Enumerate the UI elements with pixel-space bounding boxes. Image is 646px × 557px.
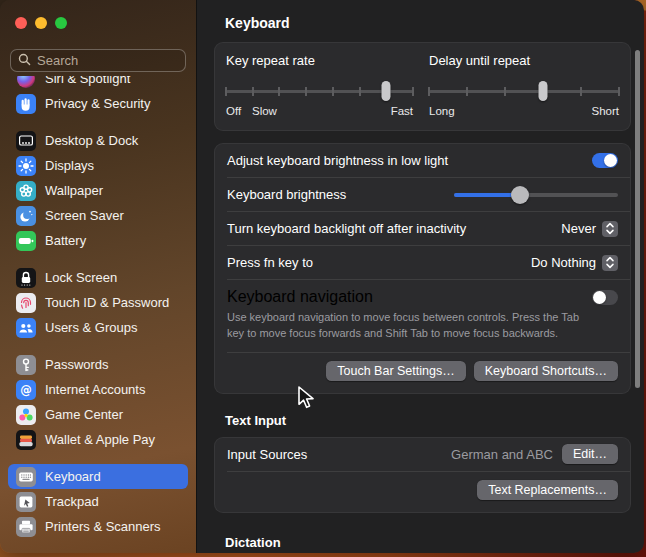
keyboard-navigation-row: Keyboard navigation Use keyboard navigat… xyxy=(215,280,630,352)
slider-handle[interactable] xyxy=(382,81,391,101)
key-icon xyxy=(16,355,36,375)
sidebar-item-touch-id-password[interactable]: Touch ID & Password xyxy=(8,290,188,315)
search-icon xyxy=(18,52,31,70)
sidebar-item-wallet-apple-pay[interactable]: Wallet & Apple Pay xyxy=(8,427,188,452)
adjust-brightness-row: Adjust keyboard brightness in low light xyxy=(215,144,630,177)
page-title: Keyboard xyxy=(225,15,644,31)
slider-tick xyxy=(252,87,254,96)
close-button[interactable] xyxy=(15,17,27,29)
sidebar: Siri & SpotlightPrivacy & SecurityDeskto… xyxy=(0,0,196,553)
sidebar-item-label: Lock Screen xyxy=(45,270,117,285)
siri-icon xyxy=(16,76,36,89)
sidebar-item-passwords[interactable]: Passwords xyxy=(8,352,188,377)
sidebar-item-label: Desktop & Dock xyxy=(45,133,138,148)
sidebar-group: Lock ScreenTouch ID & PasswordUsers & Gr… xyxy=(8,265,188,340)
sidebar-item-lock-screen[interactable]: Lock Screen xyxy=(8,265,188,290)
keyboard-navigation-toggle[interactable] xyxy=(592,290,618,305)
sidebar-group: Desktop & DockDisplaysWallpaperScreen Sa… xyxy=(8,128,188,253)
sun-icon xyxy=(16,156,36,176)
sidebar-item-screen-saver[interactable]: Screen Saver xyxy=(8,203,188,228)
fn-key-row: Press fn key to Do Nothing xyxy=(215,246,630,279)
sidebar-item-privacy-security[interactable]: Privacy & Security xyxy=(8,91,188,116)
edit-input-sources-button[interactable]: Edit… xyxy=(562,444,618,464)
minimize-button[interactable] xyxy=(35,17,47,29)
dictation-heading: Dictation xyxy=(225,535,644,550)
sidebar-item-keyboard[interactable]: Keyboard xyxy=(8,464,188,489)
search-input[interactable] xyxy=(37,53,178,68)
keyboard-navigation-description: Use keyboard navigation to move focus be… xyxy=(227,310,589,342)
sidebar-item-game-center[interactable]: Game Center xyxy=(8,402,188,427)
settings-window: Siri & SpotlightPrivacy & SecurityDeskto… xyxy=(0,0,644,553)
sidebar-item-siri-spotlight[interactable]: Siri & Spotlight xyxy=(8,76,188,91)
delay-end-labels: Long Short xyxy=(429,105,619,119)
flower-icon xyxy=(16,181,36,201)
adjust-brightness-toggle[interactable] xyxy=(592,153,618,168)
users-icon xyxy=(16,318,36,338)
keyboard-panel: Keyboard Key repeat rate Off Slow Fast D… xyxy=(196,0,644,553)
key-repeat-end-labels: Off Slow Fast xyxy=(226,105,413,119)
delay-group: Delay until repeat Long Short xyxy=(429,53,619,119)
sidebar-item-battery[interactable]: Battery xyxy=(8,228,188,253)
slider-tick xyxy=(618,87,620,96)
sidebar-item-label: Internet Accounts xyxy=(45,382,145,397)
battery-icon xyxy=(16,231,36,251)
brightness-slider[interactable] xyxy=(454,186,618,204)
sidebar-item-displays[interactable]: Displays xyxy=(8,153,188,178)
sidebar-item-label: Screen Saver xyxy=(45,208,124,223)
key-repeat-group: Key repeat rate Off Slow Fast xyxy=(226,53,413,119)
slider-tick xyxy=(332,87,334,96)
sidebar-item-label: Printers & Scanners xyxy=(45,519,161,534)
bubbles-icon xyxy=(16,405,36,425)
text-input-card: Input Sources German and ABC Edit… Text … xyxy=(214,437,631,513)
sidebar-list: Siri & SpotlightPrivacy & SecurityDeskto… xyxy=(8,76,188,553)
sidebar-item-label: Trackpad xyxy=(45,494,99,509)
scrollbar[interactable] xyxy=(635,50,640,388)
hand-icon xyxy=(16,94,36,114)
sidebar-item-printers-scanners[interactable]: Printers & Scanners xyxy=(8,514,188,539)
sidebar-item-label: Battery xyxy=(45,233,86,248)
moon-icon xyxy=(16,206,36,226)
touch-bar-settings-button[interactable]: Touch Bar Settings… xyxy=(326,361,465,381)
sidebar-group: Siri & SpotlightPrivacy & Security xyxy=(8,76,188,116)
repeat-rate-card: Key repeat rate Off Slow Fast Delay unti… xyxy=(214,42,631,131)
adjust-brightness-label: Adjust keyboard brightness in low light xyxy=(227,153,448,168)
text-replacements-button[interactable]: Text Replacements… xyxy=(477,480,618,500)
keyboard-navigation-label: Keyboard navigation xyxy=(227,288,373,306)
sidebar-item-label: Wallpaper xyxy=(45,183,103,198)
search-field[interactable] xyxy=(10,49,186,72)
slider-tick xyxy=(305,87,307,96)
backlight-popup[interactable]: Never xyxy=(561,221,618,237)
key-repeat-label: Key repeat rate xyxy=(226,53,413,68)
brightness-slider-handle[interactable] xyxy=(511,186,529,204)
printer-icon xyxy=(16,517,36,537)
slider-handle[interactable] xyxy=(539,81,548,101)
sidebar-item-wallpaper[interactable]: Wallpaper xyxy=(8,178,188,203)
settings-buttons-row: Touch Bar Settings… Keyboard Shortcuts… xyxy=(215,353,630,393)
slider-track[interactable] xyxy=(429,90,619,93)
slider-tick xyxy=(466,87,468,96)
zoom-button[interactable] xyxy=(55,17,67,29)
wallet-icon xyxy=(16,430,36,450)
sidebar-item-desktop-dock[interactable]: Desktop & Dock xyxy=(8,128,188,153)
sidebar-item-internet-accounts[interactable]: @Internet Accounts xyxy=(8,377,188,402)
text-replacements-row: Text Replacements… xyxy=(215,472,630,512)
fn-key-popup[interactable]: Do Nothing xyxy=(531,255,618,271)
sidebar-item-label: Displays xyxy=(45,158,94,173)
backlight-label: Turn keyboard backlight off after inacti… xyxy=(227,221,466,236)
key-repeat-slider[interactable] xyxy=(226,81,413,101)
slider-tick xyxy=(278,87,280,96)
input-sources-label: Input Sources xyxy=(227,447,307,462)
slider-tick xyxy=(504,87,506,96)
lock-icon xyxy=(16,268,36,288)
keyboard-shortcuts-button[interactable]: Keyboard Shortcuts… xyxy=(474,361,618,381)
delay-slider[interactable] xyxy=(429,81,619,101)
input-sources-value: German and ABC xyxy=(451,447,553,462)
keyboard-settings-card: Adjust keyboard brightness in low light … xyxy=(214,143,631,394)
fn-key-label: Press fn key to xyxy=(227,255,313,270)
sidebar-item-users-groups[interactable]: Users & Groups xyxy=(8,315,188,340)
dock-icon xyxy=(16,131,36,151)
keyboard-icon xyxy=(16,467,36,487)
slider-tick xyxy=(580,87,582,96)
slider-tick xyxy=(359,87,361,96)
sidebar-item-trackpad[interactable]: Trackpad xyxy=(8,489,188,514)
